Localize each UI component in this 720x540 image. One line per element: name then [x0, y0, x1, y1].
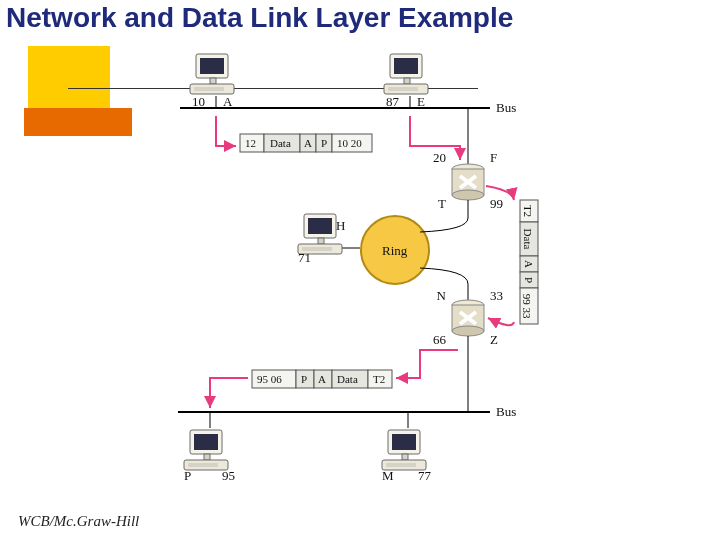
router-n [452, 300, 484, 336]
computer-m [382, 430, 426, 470]
addr-p: 95 [222, 468, 235, 483]
addr-f-top: 20 [433, 150, 446, 165]
router-f [452, 164, 484, 200]
addr-e: 87 [386, 94, 400, 109]
svg-text:P: P [321, 137, 327, 149]
svg-text:T2: T2 [522, 205, 534, 217]
name-p: P [184, 468, 191, 483]
packet-2: T2 Data A P 99 33 [520, 200, 538, 324]
addr-z: 66 [433, 332, 447, 347]
name-a: A [223, 94, 233, 109]
computer-a [190, 54, 234, 94]
computer-p [184, 430, 228, 470]
packet-1: 12 Data A P 10 20 [240, 134, 372, 152]
svg-text:Data: Data [270, 137, 291, 149]
arrow-n-to-pkt3 [396, 350, 458, 378]
arrow-pkt2-to-n [488, 318, 514, 325]
svg-text:A: A [304, 137, 312, 149]
svg-text:A: A [318, 373, 326, 385]
name-n: N [437, 288, 447, 303]
svg-text:95 06: 95 06 [257, 373, 282, 385]
ring-label: Ring [382, 243, 408, 258]
name-h: H [336, 218, 345, 233]
svg-text:Data: Data [522, 229, 534, 250]
addr-t: 99 [490, 196, 503, 211]
addr-n: 33 [490, 288, 503, 303]
svg-text:T2: T2 [373, 373, 385, 385]
name-f: F [490, 150, 497, 165]
addr-a: 10 [192, 94, 205, 109]
addr-h: 71 [298, 250, 311, 265]
name-t: T [438, 196, 446, 211]
svg-text:A: A [523, 260, 535, 268]
arrow-pkt3-to-p [210, 378, 248, 408]
name-z: Z [490, 332, 498, 347]
svg-text:P: P [301, 373, 307, 385]
svg-text:12: 12 [245, 137, 256, 149]
computer-e [384, 54, 428, 94]
arrow-a-to-pkt1 [216, 116, 236, 146]
svg-text:10 20: 10 20 [337, 137, 362, 149]
packet-3: 95 06 P A Data T2 [252, 370, 392, 388]
svg-text:Data: Data [337, 373, 358, 385]
bus-label-bottom: Bus [496, 404, 516, 419]
diagram-svg: Bus 10 A 87 E 12 Data A P 10 20 20 F T 9… [0, 0, 720, 540]
name-m: M [382, 468, 394, 483]
name-e: E [417, 94, 425, 109]
svg-text:99 33: 99 33 [521, 294, 533, 319]
svg-text:P: P [523, 277, 535, 283]
bus-label-top: Bus [496, 100, 516, 115]
addr-m: 77 [418, 468, 432, 483]
